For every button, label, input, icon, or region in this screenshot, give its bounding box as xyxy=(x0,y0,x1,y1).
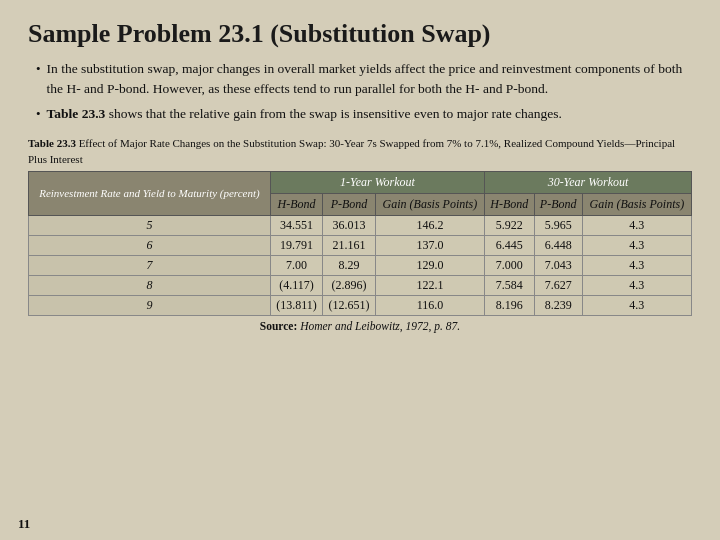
workout-header-row: Reinvestment Rate and Yield to Maturity … xyxy=(29,171,692,193)
bullet-text-1: In the substitution swap, major changes … xyxy=(47,59,692,98)
g1-cell: 137.0 xyxy=(375,235,484,255)
hb1-cell: 34.551 xyxy=(270,215,322,235)
hb2-cell: 8.196 xyxy=(485,295,535,315)
bullet-item-2: • Table 23.3 shows that the relative gai… xyxy=(36,104,692,124)
g2-cell: 4.3 xyxy=(582,235,691,255)
source-label: Source: xyxy=(260,320,297,332)
table-ref-bold: Table 23.3 xyxy=(47,106,106,121)
hb2-col-header: H-Bond xyxy=(485,193,535,215)
hb2-cell: 6.445 xyxy=(485,235,535,255)
rate-cell: 7 xyxy=(29,255,271,275)
workout-2-header: 30-Year Workout xyxy=(485,171,692,193)
rate-cell: 8 xyxy=(29,275,271,295)
pb1-cell: 36.013 xyxy=(323,215,376,235)
table-row: 5 34.551 36.013 146.2 5.922 5.965 4.3 xyxy=(29,215,692,235)
table-row: 7 7.00 8.29 129.0 7.000 7.043 4.3 xyxy=(29,255,692,275)
source-cell: Source: Homer and Leibowitz, 1972, p. 87… xyxy=(29,315,692,332)
table-body: 5 34.551 36.013 146.2 5.922 5.965 4.3 6 … xyxy=(29,215,692,315)
g1-col-header: Gain (Basis Points) xyxy=(375,193,484,215)
hb1-cell: 7.00 xyxy=(270,255,322,275)
table-section: Table 23.3 Effect of Major Rate Changes … xyxy=(28,136,692,332)
table-caption: Table 23.3 Effect of Major Rate Changes … xyxy=(28,136,692,167)
slide: Sample Problem 23.1 (Substitution Swap) … xyxy=(0,0,720,540)
g1-cell: 129.0 xyxy=(375,255,484,275)
hb1-cell: (13.811) xyxy=(270,295,322,315)
row-label-header: Reinvestment Rate and Yield to Maturity … xyxy=(29,171,271,215)
hb2-cell: 7.000 xyxy=(485,255,535,275)
bullet-text-2: Table 23.3 shows that the relative gain … xyxy=(47,104,562,124)
page-number: 11 xyxy=(18,516,30,532)
pb1-cell: 21.161 xyxy=(323,235,376,255)
bullet-item-1: • In the substitution swap, major change… xyxy=(36,59,692,98)
pb1-col-header: P-Bond xyxy=(323,193,376,215)
table-row: 6 19.791 21.161 137.0 6.445 6.448 4.3 xyxy=(29,235,692,255)
pb2-cell: 5.965 xyxy=(534,215,582,235)
table-row: 9 (13.811) (12.651) 116.0 8.196 8.239 4.… xyxy=(29,295,692,315)
hb2-cell: 5.922 xyxy=(485,215,535,235)
hb1-cell: 19.791 xyxy=(270,235,322,255)
pb2-cell: 8.239 xyxy=(534,295,582,315)
hb1-col-header: H-Bond xyxy=(270,193,322,215)
g2-cell: 4.3 xyxy=(582,295,691,315)
table-footer: Source: Homer and Leibowitz, 1972, p. 87… xyxy=(29,315,692,332)
hb1-cell: (4.117) xyxy=(270,275,322,295)
bullet-dot-1: • xyxy=(36,60,41,79)
hb2-cell: 7.584 xyxy=(485,275,535,295)
pb1-cell: (12.651) xyxy=(323,295,376,315)
source-row: Source: Homer and Leibowitz, 1972, p. 87… xyxy=(29,315,692,332)
pb2-cell: 6.448 xyxy=(534,235,582,255)
row-label-text: Reinvestment Rate and Yield to Maturity … xyxy=(33,187,266,199)
pb2-col-header: P-Bond xyxy=(534,193,582,215)
rate-cell: 5 xyxy=(29,215,271,235)
g1-cell: 122.1 xyxy=(375,275,484,295)
table-caption-text: Effect of Major Rate Changes on the Subs… xyxy=(28,137,675,164)
pb1-cell: (2.896) xyxy=(323,275,376,295)
g1-cell: 146.2 xyxy=(375,215,484,235)
rate-cell: 6 xyxy=(29,235,271,255)
pb1-cell: 8.29 xyxy=(323,255,376,275)
data-table: Reinvestment Rate and Yield to Maturity … xyxy=(28,171,692,332)
g2-cell: 4.3 xyxy=(582,215,691,235)
slide-title: Sample Problem 23.1 (Substitution Swap) xyxy=(28,18,692,49)
g2-cell: 4.3 xyxy=(582,255,691,275)
pb2-cell: 7.627 xyxy=(534,275,582,295)
g2-cell: 4.3 xyxy=(582,275,691,295)
rate-cell: 9 xyxy=(29,295,271,315)
bullet-dot-2: • xyxy=(36,105,41,124)
bullet-list: • In the substitution swap, major change… xyxy=(28,59,692,124)
g1-cell: 116.0 xyxy=(375,295,484,315)
source-text: Homer and Leibowitz, 1972, p. 87. xyxy=(300,320,460,332)
g2-col-header: Gain (Basis Points) xyxy=(582,193,691,215)
pb2-cell: 7.043 xyxy=(534,255,582,275)
workout-1-header: 1-Year Workout xyxy=(270,171,484,193)
table-caption-bold: Table 23.3 xyxy=(28,137,76,149)
bullet-text-2-after: shows that the relative gain from the sw… xyxy=(105,106,562,121)
table-row: 8 (4.117) (2.896) 122.1 7.584 7.627 4.3 xyxy=(29,275,692,295)
